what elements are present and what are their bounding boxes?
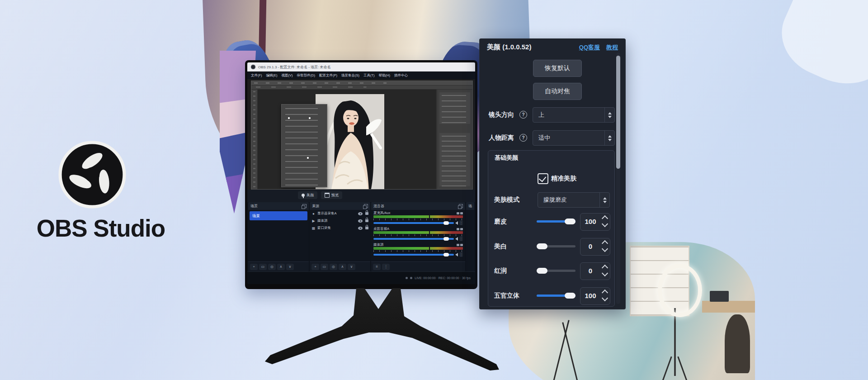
- media-source-icon: ▶: [311, 219, 316, 223]
- channel-menu-button[interactable]: ⋮: [459, 252, 463, 257]
- person-distance-select[interactable]: 适中: [533, 130, 615, 146]
- face-3d-slider-row: 五官立体 100: [480, 287, 625, 304]
- volume-slider-handle[interactable]: [443, 237, 449, 241]
- help-icon[interactable]: ?: [519, 111, 527, 119]
- popout-icon[interactable]: [364, 204, 368, 208]
- source-list-item[interactable]: ▶ 媒体源: [310, 217, 370, 224]
- mixer-channel: 媒体源 ⋮: [373, 242, 463, 257]
- dock-tab-preview[interactable]: 预览: [321, 191, 342, 199]
- remove-source-button[interactable]: ▭: [321, 264, 328, 270]
- source-down-button[interactable]: ∨: [348, 264, 355, 270]
- obs-window: OBS 29.1.3 - 配置文件: 未命名 - 场景: 未命名 文件(F) 编…: [247, 62, 475, 284]
- speaker-icon[interactable]: [455, 221, 458, 225]
- face-3d-value-spinbox[interactable]: 100: [580, 287, 610, 305]
- obs-docks: 场景 场景 + ▭ ◎ ∧ ∨ 来源: [247, 202, 475, 271]
- smoothing-slider-row: 磨皮 100: [480, 213, 625, 230]
- mixer-settings-button[interactable]: ≡: [373, 264, 381, 270]
- decrement-icon[interactable]: [602, 270, 608, 276]
- rosy-slider[interactable]: [537, 268, 576, 274]
- menu-tools[interactable]: 工具(T): [363, 73, 375, 78]
- volume-slider[interactable]: [373, 254, 454, 256]
- window-icon: [325, 193, 330, 198]
- select-spinner[interactable]: [604, 131, 614, 145]
- obs-preview-area: [247, 79, 475, 190]
- source-list-item[interactable]: ● 显示器采集A: [310, 210, 370, 217]
- slider-label: 美白: [494, 238, 507, 255]
- slider-label: 红润: [494, 262, 507, 279]
- channel-menu-button[interactable]: ⋮: [459, 236, 463, 241]
- slider-handle[interactable]: [537, 268, 547, 274]
- visibility-icon[interactable]: [358, 227, 363, 230]
- speaker-icon[interactable]: [455, 237, 458, 241]
- precise-skin-label: 精准美肤: [551, 175, 576, 183]
- scene-filters-button[interactable]: ◎: [268, 264, 276, 270]
- menu-scene-collection[interactable]: 场景集合(S): [341, 73, 359, 78]
- chair-shape: [725, 314, 750, 373]
- menu-edit[interactable]: 编辑(E): [266, 73, 278, 78]
- volume-slider-handle[interactable]: [443, 221, 449, 225]
- qq-support-link[interactable]: QQ客服: [579, 43, 600, 52]
- speaker-icon[interactable]: [455, 253, 458, 256]
- decrement-icon[interactable]: [602, 221, 608, 227]
- menu-file[interactable]: 文件(F): [251, 73, 262, 78]
- select-spinner[interactable]: [599, 193, 609, 207]
- autofocus-button[interactable]: 自动对焦: [533, 83, 582, 100]
- panel-scrollbar[interactable]: [616, 52, 620, 304]
- menu-plugin-center[interactable]: 插件中心: [394, 73, 408, 78]
- menu-view[interactable]: 视图(V): [282, 73, 293, 78]
- lens-direction-select[interactable]: 上: [533, 107, 615, 123]
- menu-help[interactable]: 帮助(H): [379, 73, 390, 78]
- whitening-slider[interactable]: [537, 243, 576, 249]
- help-icon[interactable]: ?: [519, 134, 527, 142]
- lock-icon[interactable]: [365, 219, 368, 222]
- scene-list-item[interactable]: 场景: [250, 211, 307, 220]
- lock-icon[interactable]: [365, 227, 368, 229]
- beauty-filter-panel: 美颜 (1.0.0.52) QQ客服 教程 恢复默认 自动对焦 镜头方向 ? 上…: [479, 38, 626, 309]
- source-up-button[interactable]: ∧: [339, 264, 346, 270]
- smoothing-value-spinbox[interactable]: 100: [580, 213, 610, 231]
- menu-docks[interactable]: 停靠部件(D): [297, 73, 315, 78]
- scenes-dock-title: 场景: [250, 204, 258, 209]
- face-3d-slider[interactable]: [537, 293, 576, 299]
- visibility-icon[interactable]: [358, 219, 363, 223]
- scene-down-button[interactable]: ∨: [286, 264, 294, 270]
- add-scene-button[interactable]: +: [250, 264, 258, 270]
- remove-scene-button[interactable]: ▭: [259, 264, 267, 270]
- menu-profile[interactable]: 配置文件(P): [319, 73, 337, 78]
- scene-up-button[interactable]: ∧: [277, 264, 285, 270]
- decrement-icon[interactable]: [602, 295, 608, 301]
- select-spinner[interactable]: [604, 108, 614, 122]
- volume-slider[interactable]: [373, 222, 454, 224]
- visibility-icon[interactable]: [358, 212, 363, 215]
- lens-direction-row: 镜头方向 ? 上: [480, 107, 625, 122]
- popout-icon[interactable]: [459, 204, 463, 208]
- scrollbar-thumb[interactable]: [616, 56, 620, 169]
- restore-defaults-button[interactable]: 恢复默认: [533, 60, 582, 77]
- popout-icon[interactable]: [302, 204, 307, 208]
- ring-light-shape: [658, 264, 702, 317]
- tutorial-link[interactable]: 教程: [606, 43, 618, 52]
- monitor-stand: [253, 288, 506, 374]
- source-list-item[interactable]: ▦ 窗口采集: [310, 224, 370, 232]
- source-properties-button[interactable]: ◎: [330, 264, 337, 270]
- volume-slider-handle[interactable]: [443, 253, 449, 256]
- obs-logo: [58, 140, 127, 209]
- smoothing-slider[interactable]: [537, 218, 576, 224]
- dock-tab-beauty[interactable]: 美颜: [298, 191, 317, 199]
- whitening-value-spinbox[interactable]: 0: [580, 238, 610, 256]
- decrement-icon[interactable]: [602, 246, 608, 252]
- add-source-button[interactable]: +: [311, 264, 319, 270]
- mixer-menu-button[interactable]: ⋮: [382, 264, 390, 270]
- slider-handle[interactable]: [565, 293, 576, 299]
- precise-skin-checkbox[interactable]: [538, 173, 548, 184]
- volume-slider[interactable]: [373, 238, 454, 240]
- channel-menu-button[interactable]: ⋮: [459, 220, 463, 225]
- skin-mode-select[interactable]: 朦胧磨皮: [538, 192, 610, 208]
- obs-menubar: 文件(F) 编辑(E) 视图(V) 停靠部件(D) 配置文件(P) 场景集合(S…: [247, 71, 475, 79]
- dock-tab-row: 美颜 预览: [247, 190, 475, 202]
- sources-dock: 来源 ● 显示器采集A ▶ 媒体源: [310, 202, 370, 271]
- slider-handle[interactable]: [537, 243, 547, 249]
- slider-handle[interactable]: [565, 218, 576, 224]
- lock-icon[interactable]: [365, 212, 368, 215]
- rosy-value-spinbox[interactable]: 0: [580, 262, 610, 280]
